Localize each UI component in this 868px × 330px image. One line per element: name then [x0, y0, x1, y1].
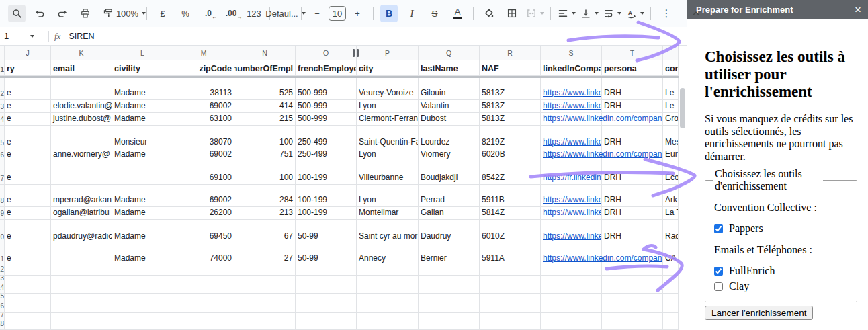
cell[interactable]: Villeurbanne: [357, 161, 419, 184]
cell[interactable]: [173, 265, 234, 275]
cell[interactable]: city: [357, 60, 419, 75]
clay-checkbox[interactable]: [714, 282, 723, 291]
cell[interactable]: [173, 321, 234, 329]
cell[interactable]: 100-199: [296, 207, 357, 219]
cell[interactable]: [296, 313, 357, 321]
row-number[interactable]: 13: [0, 276, 5, 284]
font-select[interactable]: Defaul...: [277, 5, 294, 22]
row-number[interactable]: 6: [0, 149, 5, 161]
cell[interactable]: [663, 302, 679, 312]
cell[interactable]: [480, 313, 541, 321]
cell[interactable]: https://www.linke: [541, 207, 602, 219]
pappers-option[interactable]: Pappers: [714, 222, 850, 235]
cell[interactable]: [480, 265, 541, 275]
more-formats-button[interactable]: 123: [245, 5, 263, 22]
cell[interactable]: [419, 313, 480, 321]
cell[interactable]: [602, 313, 663, 321]
row-number[interactable]: 8: [0, 185, 5, 206]
cell[interactable]: 751: [234, 149, 296, 161]
cell[interactable]: [112, 294, 173, 302]
cell[interactable]: Montelimar: [357, 207, 419, 219]
cell[interactable]: 100-199: [296, 185, 357, 206]
cell[interactable]: Madame: [112, 149, 173, 161]
cell-link[interactable]: https://www.linke: [543, 231, 602, 241]
cell[interactable]: e: [5, 113, 51, 125]
cell[interactable]: 525: [234, 78, 296, 99]
hidden-columns-marker-icon[interactable]: [353, 49, 359, 57]
cell[interactable]: e: [5, 149, 51, 161]
cell[interactable]: [357, 321, 419, 329]
cell[interactable]: 8542Z: [480, 161, 541, 184]
cell[interactable]: Madame: [112, 207, 173, 219]
cell[interactable]: [51, 161, 112, 184]
cell[interactable]: Madame: [112, 185, 173, 206]
launch-enrichment-button[interactable]: Lancer l'enrichissement: [705, 306, 813, 320]
cell[interactable]: 50-99: [296, 243, 357, 265]
cell[interactable]: La T: [663, 207, 679, 219]
cell[interactable]: Éco: [663, 161, 679, 184]
cell[interactable]: [173, 294, 234, 302]
cell[interactable]: Madame: [112, 243, 173, 265]
cell[interactable]: [51, 284, 112, 293]
cell[interactable]: Mes: [663, 126, 679, 149]
cell[interactable]: 5813Z: [480, 113, 541, 125]
cell[interactable]: [112, 313, 173, 321]
row-number[interactable]: 10: [0, 220, 5, 243]
cell[interactable]: [5, 284, 51, 293]
column-header-K[interactable]: K: [51, 46, 112, 60]
cell[interactable]: mperrad@arkan: [51, 185, 112, 206]
cell[interactable]: [112, 284, 173, 293]
more-toolbar-button[interactable]: ⋮: [658, 5, 675, 22]
cell[interactable]: Lyon: [357, 100, 419, 112]
cell[interactable]: [5, 294, 51, 302]
column-header-P[interactable]: P: [357, 46, 419, 60]
cell[interactable]: 8219Z: [480, 126, 541, 149]
text-color-button[interactable]: A: [449, 5, 466, 22]
cell[interactable]: 5911B: [480, 185, 541, 206]
collapse-toolbar-button[interactable]: [687, 5, 705, 22]
cell[interactable]: [357, 294, 419, 302]
cell[interactable]: e: [5, 161, 51, 184]
cell[interactable]: Rad: [663, 220, 679, 243]
print-button[interactable]: [77, 5, 94, 22]
zoom-select[interactable]: 100%: [122, 5, 140, 22]
column-header-N[interactable]: N: [234, 46, 296, 60]
increase-decimal-button[interactable]: .00→: [222, 5, 240, 22]
cell-link[interactable]: https://www.linkedin.com/compan: [543, 114, 662, 123]
cell[interactable]: anne.viornery@: [51, 149, 112, 161]
cell[interactable]: civility: [112, 60, 173, 75]
cell[interactable]: Gro: [663, 113, 679, 125]
cell[interactable]: [663, 294, 679, 302]
cell[interactable]: [419, 265, 480, 275]
row-number[interactable]: 5: [0, 126, 5, 149]
cell[interactable]: 500-999: [296, 113, 357, 125]
cell[interactable]: Viornery: [419, 149, 480, 161]
row-number[interactable]: 12: [0, 265, 5, 275]
cell[interactable]: Ark: [663, 185, 679, 206]
cell[interactable]: CA: [663, 243, 679, 265]
cell[interactable]: [234, 265, 296, 275]
row-number[interactable]: 11: [0, 243, 5, 265]
cell[interactable]: [112, 265, 173, 275]
cell-link[interactable]: https://fr.linkedin: [543, 173, 601, 182]
cell[interactable]: [51, 313, 112, 321]
cell[interactable]: email: [51, 60, 112, 75]
cell[interactable]: 213: [234, 207, 296, 219]
cell[interactable]: [173, 302, 234, 312]
cell[interactable]: [234, 321, 296, 329]
cell[interactable]: [296, 284, 357, 293]
cell[interactable]: [663, 284, 679, 293]
cell[interactable]: Veurey-Voroize: [357, 78, 419, 99]
cell-link[interactable]: https://www.linke: [543, 208, 602, 217]
cell[interactable]: Lyon: [357, 185, 419, 206]
cell[interactable]: Valantin: [419, 100, 480, 112]
cell[interactable]: [663, 321, 679, 329]
row-number[interactable]: 7: [0, 161, 5, 184]
cell[interactable]: https://www.linke: [541, 78, 602, 99]
column-header-L[interactable]: L: [112, 46, 173, 60]
cell[interactable]: [234, 302, 296, 312]
cell[interactable]: https://www.linkedin.com/compan: [541, 149, 602, 161]
cell[interactable]: Madame: [112, 220, 173, 243]
cell[interactable]: [419, 321, 480, 329]
cell[interactable]: [296, 276, 357, 284]
